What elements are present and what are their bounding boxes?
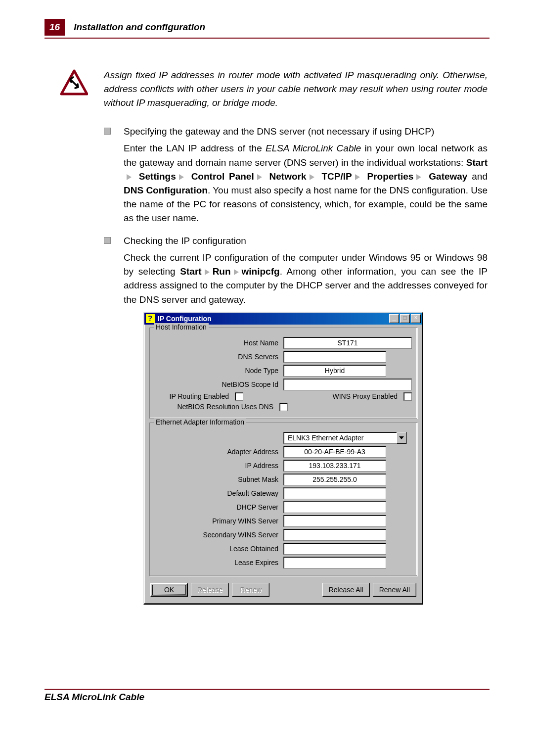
- maximize-button: □: [400, 314, 410, 323]
- netbios-resolution-checkbox[interactable]: [279, 403, 288, 411]
- ip-configuration-window: IP Configuration _ □ × Host Information …: [143, 312, 423, 605]
- minimize-button[interactable]: _: [389, 314, 399, 323]
- lease-obtained-value: [283, 543, 386, 555]
- bullet-icon: [104, 128, 111, 135]
- warning-triangle-icon: [60, 69, 88, 97]
- release-all-button[interactable]: Release All: [322, 583, 370, 597]
- release-button: Release: [191, 583, 229, 597]
- node-type-label: Node Type: [155, 367, 283, 375]
- ethernet-adapter-group: Ethernet Adapter Information ELNK3 Ether…: [149, 423, 417, 576]
- default-gateway-label: Default Gateway: [155, 489, 283, 497]
- window-title: IP Configuration: [158, 315, 389, 323]
- lease-obtained-label: Lease Obtained: [155, 545, 283, 553]
- nav-arrow-icon: [234, 269, 239, 275]
- dns-servers-label: DNS Servers: [155, 353, 283, 361]
- lease-expires-label: Lease Expires: [155, 559, 283, 567]
- host-information-group: Host Information Host Name ST171 DNS Ser…: [149, 328, 417, 419]
- ip-routing-checkbox[interactable]: [235, 392, 243, 401]
- netbios-resolution-label: NetBIOS Resolution Uses DNS: [155, 403, 276, 411]
- adapter-dropdown[interactable]: ELNK3 Ethernet Adapter: [283, 432, 407, 444]
- nav-arrow-icon: [127, 174, 132, 180]
- bullet-2-body: Check the current IP configuration of th…: [124, 251, 488, 306]
- host-name-value: ST171: [283, 337, 412, 349]
- ip-address-value: 193.103.233.171: [283, 460, 386, 472]
- renew-button: Renew: [232, 583, 269, 597]
- secondary-wins-label: Secondary WINS Server: [155, 531, 283, 539]
- nav-arrow-icon: [310, 174, 314, 180]
- page-footer: ELSA MicroLink Cable: [44, 689, 490, 703]
- ok-button[interactable]: OK: [150, 583, 188, 597]
- secondary-wins-value: [283, 529, 386, 541]
- nav-arrow-icon: [416, 174, 421, 180]
- warning-text: Assign fixed IP addresses in router mode…: [104, 68, 488, 110]
- dhcp-server-value: [283, 501, 386, 513]
- renew-all-button[interactable]: Renew All: [373, 583, 416, 597]
- node-type-value: Hybrid: [283, 365, 386, 377]
- primary-wins-label: Primary WINS Server: [155, 517, 283, 525]
- subnet-mask-label: Subnet Mask: [155, 475, 283, 483]
- ip-address-label: IP Address: [155, 462, 283, 470]
- default-gateway-value: [283, 487, 386, 499]
- close-button[interactable]: ×: [411, 314, 421, 323]
- chevron-down-icon[interactable]: [397, 432, 406, 444]
- bullet-1-title: Specifying the gateway and the DNS serve…: [124, 125, 488, 139]
- host-name-label: Host Name: [155, 339, 283, 347]
- subnet-mask-value: 255.255.255.0: [283, 473, 386, 485]
- nav-arrow-icon: [257, 174, 262, 180]
- primary-wins-value: [283, 515, 386, 527]
- page-number-box: 16: [44, 19, 65, 36]
- group-legend: Ethernet Adapter Information: [154, 418, 246, 426]
- page-header: 16 Installation and configuration: [44, 19, 490, 39]
- ip-routing-label: IP Routing Enabled: [155, 392, 232, 400]
- group-legend: Host Information: [154, 323, 209, 331]
- dhcp-server-label: DHCP Server: [155, 503, 283, 511]
- lease-expires-value: [283, 557, 386, 568]
- bullet-1-body: Enter the LAN IP address of the ELSA Mic…: [124, 142, 488, 225]
- nav-arrow-icon: [355, 174, 360, 180]
- nav-arrow-icon: [205, 269, 210, 275]
- dns-servers-value: [283, 351, 386, 363]
- netbios-scope-value: [283, 378, 412, 390]
- adapter-dropdown-value: ELNK3 Ethernet Adapter: [288, 432, 397, 443]
- bullet-2-title: Checking the IP configuration: [124, 234, 488, 248]
- bullet-icon: [104, 237, 111, 244]
- section-title: Installation and configuration: [74, 22, 205, 33]
- adapter-address-label: Adapter Address: [155, 448, 283, 456]
- app-icon: [146, 314, 155, 323]
- wins-proxy-checkbox[interactable]: [403, 392, 412, 401]
- wins-proxy-label: WINS Proxy Enabled: [333, 392, 401, 400]
- netbios-scope-label: NetBIOS Scope Id: [155, 380, 283, 388]
- nav-arrow-icon: [179, 174, 184, 180]
- adapter-address-value: 00-20-AF-BE-99-A3: [283, 446, 386, 458]
